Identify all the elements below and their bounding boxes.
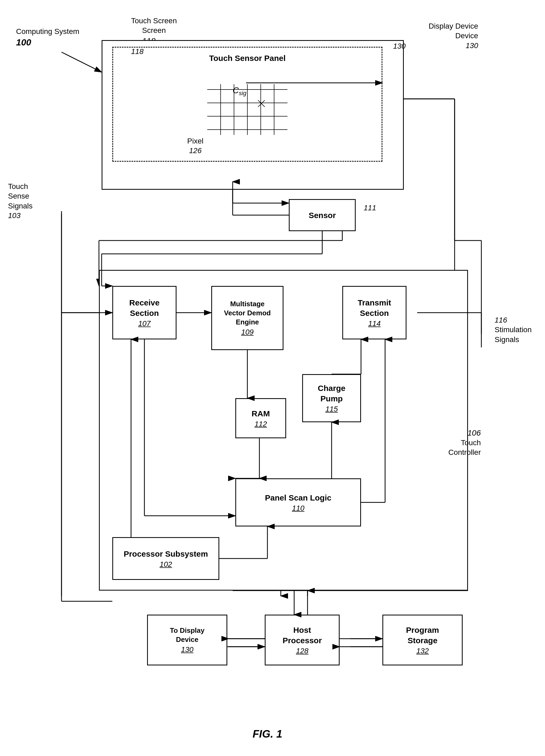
touch-grid bbox=[194, 76, 301, 143]
panel-scan-logic-box: Panel Scan Logic 110 bbox=[235, 478, 361, 526]
sensor-num: 111 bbox=[364, 203, 376, 213]
display-device-num: 130 bbox=[393, 41, 406, 51]
display-device-label: Display Device Device 130 bbox=[429, 21, 478, 51]
touch-screen-num: 118 bbox=[131, 47, 144, 56]
charge-pump-box: ChargePump 115 bbox=[302, 374, 361, 422]
transmit-section-box: TransmitSection 114 bbox=[342, 286, 407, 339]
touch-controller-label: 106 Touch Controller bbox=[449, 428, 481, 458]
receive-section-box: ReceiveSection 107 bbox=[112, 286, 176, 339]
svg-line-4 bbox=[61, 52, 102, 72]
diagram: Computing System 100 Touch Screen Screen… bbox=[0, 0, 545, 756]
fig-label: FIG. 1 bbox=[214, 728, 321, 740]
stimulation-signals-label: 116 Stimulation Signals bbox=[494, 315, 532, 344]
to-display-device-box: To DisplayDevice 130 bbox=[147, 615, 227, 665]
touch-sensor-panel-title: Touch Sensor Panel bbox=[209, 53, 286, 63]
computing-system-label: Computing System 100 bbox=[16, 27, 79, 48]
sensor-box: Sensor bbox=[289, 199, 356, 231]
touch-sensor-panel-box: Touch Sensor Panel bbox=[112, 47, 383, 162]
csig-label: Csig bbox=[233, 86, 246, 97]
host-processor-box: HostProcessor 128 bbox=[265, 615, 340, 665]
program-storage-box: ProgramStorage 132 bbox=[383, 615, 463, 665]
pixel-label: Pixel 126 bbox=[187, 136, 203, 156]
processor-subsystem-box: Processor Subsystem 102 bbox=[112, 537, 219, 580]
multistage-box: MultistageVector DemodEngine 109 bbox=[211, 286, 284, 350]
ram-box: RAM 112 bbox=[235, 398, 286, 438]
touch-sense-signals-label: Touch Sense Signals 103 bbox=[8, 182, 33, 221]
